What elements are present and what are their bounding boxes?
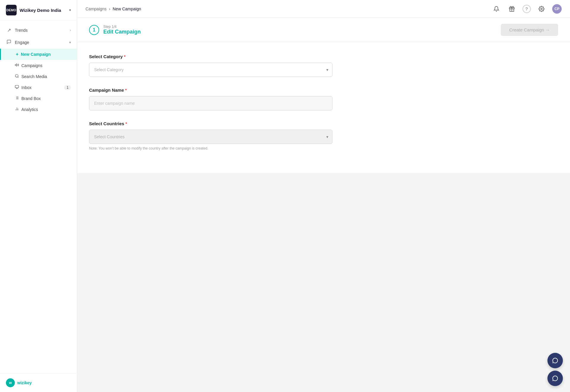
search-icon	[15, 74, 19, 79]
sidebar-item-label: Brand Box	[21, 96, 41, 101]
form-area: Select Category * Select Category ▾ Camp…	[77, 42, 570, 173]
campaign-name-input[interactable]	[89, 96, 332, 110]
required-star: *	[125, 88, 127, 93]
bell-icon[interactable]	[492, 4, 501, 14]
topbar-icons: ? CP	[492, 4, 562, 14]
wizikey-brand: w wizikey	[6, 378, 71, 387]
step-text: Step 1/4 Edit Campaign	[103, 25, 141, 35]
breadcrumb: Campaigns › New Campaign	[86, 7, 141, 11]
sidebar-item-label: New Campaign	[21, 52, 50, 57]
chat-button-bottom[interactable]	[547, 371, 563, 386]
campaign-name-label: Campaign Name *	[89, 88, 332, 93]
category-select-wrapper: Select Category ▾	[89, 63, 332, 77]
chat-button-top[interactable]	[547, 353, 563, 368]
sidebar-bottom: w wizikey	[0, 373, 77, 392]
logo-text: Wizikey Demo India	[20, 8, 61, 13]
inbox-badge: 1	[64, 85, 71, 90]
sidebar-logo[interactable]: DEMO Wizikey Demo India ▾	[0, 0, 77, 20]
required-star: *	[124, 54, 125, 59]
sidebar-item-analytics[interactable]: Analytics	[0, 104, 77, 115]
logo-icon: DEMO	[6, 5, 17, 15]
campaigns-icon	[15, 63, 19, 68]
sidebar-item-search-media[interactable]: Search Media	[0, 71, 77, 82]
svg-line-2	[18, 77, 19, 78]
sidebar-item-brand-box[interactable]: Brand Box	[0, 93, 77, 104]
sidebar-item-label: Search Media	[21, 74, 47, 79]
category-select[interactable]: Select Category	[89, 63, 332, 77]
sidebar-item-label: Inbox	[21, 85, 31, 90]
svg-rect-3	[15, 85, 19, 88]
sidebar-item-inbox[interactable]: Inbox 1	[0, 82, 77, 93]
inbox-icon	[15, 85, 19, 90]
step-info: 1 Step 1/4 Edit Campaign	[89, 25, 141, 35]
breadcrumb-separator: ›	[109, 7, 110, 11]
chevron-down-icon: ▾	[69, 8, 71, 12]
settings-icon[interactable]	[537, 4, 546, 14]
sidebar-item-new-campaign[interactable]: + New Campaign	[0, 49, 77, 60]
create-campaign-button[interactable]: Create Campaign →	[501, 24, 558, 36]
wizikey-brand-label: wizikey	[17, 380, 32, 385]
sidebar-item-engage[interactable]: Engage ▾	[0, 36, 77, 49]
svg-point-17	[541, 8, 542, 9]
countries-note: Note: You won't be able to modify the co…	[89, 146, 332, 150]
category-label: Select Category *	[89, 54, 332, 59]
engage-icon	[6, 39, 12, 45]
sidebar-item-label: Trends	[15, 28, 28, 33]
content-area: 1 Step 1/4 Edit Campaign Create Campaign…	[77, 18, 570, 392]
sidebar: DEMO Wizikey Demo India ▾ ↗ Trends › Eng…	[0, 0, 77, 392]
trends-icon: ↗	[6, 27, 12, 33]
category-form-group: Select Category * Select Category ▾	[89, 54, 332, 77]
required-star: *	[125, 121, 127, 126]
sidebar-nav: ↗ Trends › Engage ▾ + New Campaign Campa…	[0, 20, 77, 373]
countries-label: Select Countries *	[89, 121, 332, 126]
countries-select[interactable]: Select Countries	[89, 130, 332, 144]
sidebar-item-trends[interactable]: ↗ Trends ›	[0, 24, 77, 36]
breadcrumb-current: New Campaign	[113, 7, 141, 11]
chevron-right-icon: ›	[70, 28, 71, 32]
gift-icon[interactable]	[507, 4, 517, 14]
campaign-name-form-group: Campaign Name *	[89, 88, 332, 110]
step-title: Edit Campaign	[103, 29, 141, 35]
step-header: 1 Step 1/4 Edit Campaign Create Campaign…	[77, 18, 570, 42]
main-area: Campaigns › New Campaign ? CP 1	[77, 0, 570, 392]
countries-form-group: Select Countries * Select Countries ▾ No…	[89, 121, 332, 150]
breadcrumb-parent[interactable]: Campaigns	[86, 7, 107, 11]
plus-icon: +	[16, 52, 18, 57]
countries-select-wrapper: Select Countries ▾	[89, 130, 332, 144]
sidebar-item-label: Campaigns	[21, 63, 42, 68]
help-icon[interactable]: ?	[522, 5, 531, 13]
step-label: Step 1/4	[103, 25, 141, 29]
topbar: Campaigns › New Campaign ? CP	[77, 0, 570, 18]
sidebar-item-campaigns[interactable]: Campaigns	[0, 60, 77, 71]
avatar[interactable]: CP	[552, 4, 562, 14]
sidebar-item-label: Analytics	[21, 107, 38, 112]
sidebar-item-label: Engage	[15, 40, 29, 45]
brand-box-icon	[15, 96, 19, 101]
svg-marker-0	[15, 64, 17, 66]
analytics-icon	[15, 107, 19, 112]
wizikey-logo-icon: w	[6, 378, 15, 387]
chevron-down-icon: ▾	[69, 40, 71, 45]
svg-point-1	[15, 74, 18, 77]
step-circle: 1	[89, 25, 99, 35]
